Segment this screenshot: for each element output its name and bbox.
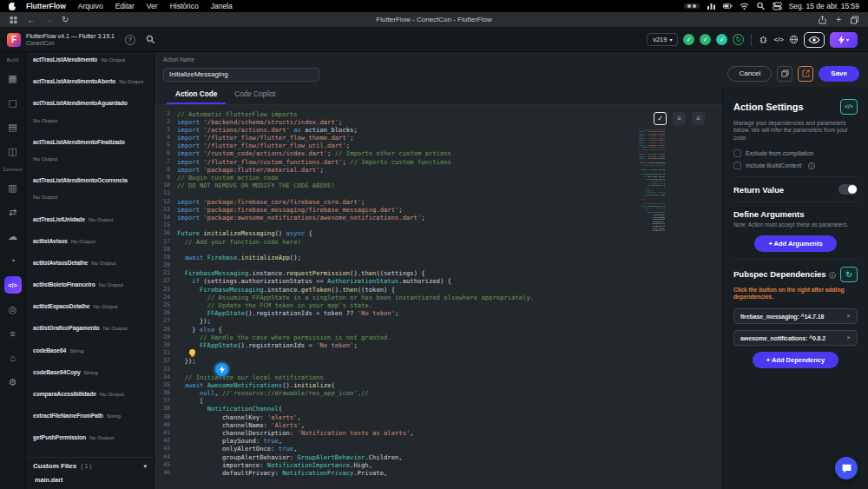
widget-tree-icon[interactable]: ◫ [4, 142, 22, 160]
apple-menu-icon[interactable] [9, 3, 16, 10]
action-list-item[interactable]: extractFileNameFromPathString [26, 402, 154, 424]
menu-item-ver[interactable]: Ver [145, 2, 160, 10]
code-line[interactable]: 30 FFAppState().registrationIds = 'No to… [155, 341, 722, 349]
reload-button[interactable]: ↻ [62, 16, 69, 24]
chevron-down-icon[interactable]: ▾ [143, 463, 147, 470]
tab-code-copilot[interactable]: Code Copilot [226, 87, 284, 104]
code-line[interactable]: 29 // Handle the case where permission i… [155, 334, 722, 341]
custom-code-icon[interactable]: </> [4, 276, 22, 294]
code-line[interactable]: 11 [155, 189, 722, 197]
settings-icon[interactable]: ⚙ [4, 373, 22, 391]
ai-check-icon[interactable]: ✓ [716, 34, 727, 45]
theme-icon[interactable]: ⌂ [4, 349, 22, 367]
checkbox[interactable] [733, 149, 741, 157]
code-line[interactable]: 33 [155, 366, 722, 373]
code-line[interactable]: 32 }); [155, 357, 722, 365]
action-list-item[interactable]: actTrasListAtendimentoNo Output [26, 52, 154, 68]
control-center-icon[interactable] [773, 2, 782, 10]
code-line[interactable]: 14import 'package:awesome_notifications/… [155, 214, 722, 221]
code-line[interactable]: 43 onlyAlertOnce: true, [155, 445, 722, 453]
tab-action-code[interactable]: Action Code [167, 87, 226, 104]
action-list-item[interactable]: getTokenFCMIOSString [26, 446, 154, 457]
globe-icon[interactable] [789, 35, 799, 44]
sync-icon[interactable]: ↻ [733, 34, 744, 45]
bug-icon[interactable] [759, 35, 768, 44]
forward-button[interactable]: → [44, 16, 53, 24]
refresh-dependencies-button[interactable]: ↻ [840, 267, 858, 282]
widget-palette-icon[interactable]: ▤ [4, 118, 22, 135]
menubar-clock[interactable]: Seg. 15 de abr. 15:59 [789, 2, 859, 10]
code-line[interactable]: 6import '/custom_code/actions/index.dart… [155, 149, 722, 157]
search-icon[interactable] [146, 35, 156, 45]
open-external-button[interactable] [798, 66, 813, 82]
back-button[interactable]: ← [27, 16, 36, 24]
code-line[interactable]: 42 playSound: true, [155, 437, 722, 445]
custom-files-header[interactable]: Custom Files ( 1 ) ▾ [33, 462, 147, 470]
copy-action-button[interactable] [777, 66, 792, 82]
add-arguments-button[interactable]: + Add Arguments [754, 235, 836, 252]
chart-icon[interactable] [707, 2, 716, 10]
media-assets-icon[interactable]: ◎ [4, 301, 22, 318]
code-line[interactable]: 8import 'package:flutter/material.dart'; [155, 166, 722, 174]
code-line[interactable]: 4import '/flutter_flow/flutter_flow_them… [155, 134, 722, 142]
action-list-item[interactable]: actTrasListAtendimentoOcorrenciaNo Outpu… [26, 167, 154, 205]
code-line[interactable]: 45 importance: NotificationImportance.Hi… [155, 461, 722, 469]
version-dropdown[interactable]: v219▾ [647, 33, 678, 46]
test-check-icon[interactable]: ✓ [700, 34, 711, 45]
code-editor[interactable]: 1// Automatic FlutterFlow imports2import… [155, 105, 722, 489]
dependency-chip[interactable]: awesome_notifications: ^0.8.2× [733, 330, 858, 346]
code-line[interactable]: 12import 'package:firebase_core/firebase… [155, 198, 722, 206]
apps-grid-icon[interactable] [9, 16, 18, 24]
action-list-item[interactable]: actlistAvisosDetalheNo Output [26, 249, 154, 271]
code-line[interactable]: 2import '/backend/schema/structs/index.d… [155, 118, 722, 126]
info-icon[interactable]: i [829, 272, 836, 279]
return-value-toggle[interactable] [838, 184, 858, 195]
code-line[interactable]: 10// DO NOT REMOVE OR MODIFY THE CODE AB… [155, 182, 722, 189]
firestore-icon[interactable]: ▥ [4, 179, 22, 196]
lightbulb-icon[interactable] [189, 349, 195, 355]
add-dependency-button[interactable]: + Add Dependency [753, 352, 838, 368]
page-selector-icon[interactable]: ▢ [4, 94, 22, 111]
action-list-item[interactable]: actlistGraficoPagamentoNo Output [26, 314, 154, 336]
validate-code-button[interactable]: ✓ [654, 112, 667, 125]
code-line[interactable]: 16Future initializeMessaging() async { [155, 229, 722, 237]
action-list-item[interactable]: actTrasListAtendimentoAbertoNo Output [26, 68, 154, 89]
chat-button[interactable] [835, 457, 858, 479]
checkbox[interactable] [733, 162, 741, 169]
code-line[interactable]: 40 channelName: 'Alerts', [155, 421, 722, 429]
code-line[interactable]: 35 await AwesomeNotifications().initiali… [155, 381, 722, 389]
code-line[interactable]: 36 null, //'resource://drawable/res_app_… [155, 389, 722, 397]
code-line[interactable]: 24 // Assuming FFAppState is a singleton… [155, 294, 722, 301]
code-line[interactable]: 22 if (settings.authorizationStatus == A… [155, 277, 722, 285]
code-line[interactable]: 38 NotificationChannel( [155, 405, 722, 413]
code-line[interactable]: 34 // Initialize our local notifications [155, 373, 722, 381]
cloud-functions-icon[interactable]: ☁ [4, 228, 22, 245]
remove-dependency-icon[interactable]: × [846, 334, 851, 341]
spotlight-search-icon[interactable] [756, 2, 766, 10]
file-item-main-dart[interactable]: main.dart [33, 470, 147, 486]
code-line[interactable]: 9// Begin custom action code [155, 174, 722, 182]
wrap-code-button[interactable]: ≡ [692, 112, 705, 125]
api-calls-icon[interactable]: ⇄ [4, 203, 22, 221]
dashboard-icon[interactable]: ▦ [4, 69, 22, 87]
code-line[interactable]: 19 await Firebase.initializeApp(); [155, 254, 722, 261]
wifi-icon[interactable] [740, 2, 749, 10]
code-line[interactable]: 46 defaultPrivacy: NotificationPrivacy.P… [155, 469, 722, 477]
action-list-item[interactable]: actlistBoletoFinanceiroNo Output [26, 271, 154, 293]
code-line[interactable]: 5import '/flutter_flow/flutter_flow_util… [155, 142, 722, 149]
save-button[interactable]: Save [819, 66, 859, 82]
help-icon[interactable]: ? [125, 35, 135, 45]
code-line[interactable]: 7import '/flutter_flow/custom_functions.… [155, 158, 722, 166]
code-line[interactable]: 20 [155, 261, 722, 269]
test-lightning-button[interactable]: ▾ [830, 32, 858, 48]
menu-item-flutterflow[interactable]: FlutterFlow [24, 2, 68, 10]
menu-item-janela[interactable]: Janela [209, 2, 234, 10]
view-code-button[interactable]: </> [840, 99, 858, 115]
code-line[interactable]: 21 FirebaseMessaging.instance.requestPer… [155, 269, 722, 277]
cancel-button[interactable]: Cancel [727, 66, 772, 82]
info-icon[interactable]: i [808, 162, 815, 169]
share-icon[interactable] [818, 16, 827, 24]
code-line[interactable]: 44 groupAlertBehavior: GroupAlertBehavio… [155, 453, 722, 461]
action-list-item[interactable]: actTrasListUnidadeNo Output [26, 206, 154, 228]
code-line[interactable]: 3import '/actions/actions.dart' as actio… [155, 126, 722, 134]
